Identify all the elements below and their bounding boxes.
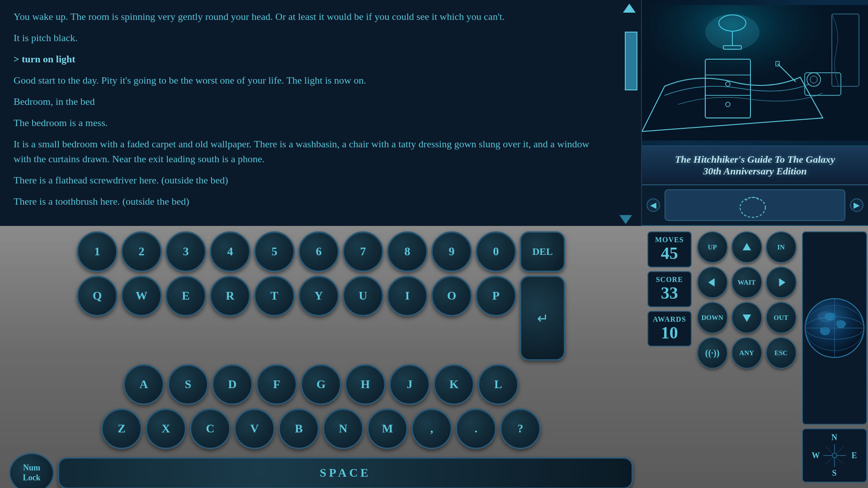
controls-panel: MOVES 45 SCORE 33 AWARDS 10 UP IN bbox=[642, 226, 868, 488]
key-e[interactable]: E bbox=[165, 276, 206, 316]
item2-text: There is a toothbrush here. (outside the… bbox=[14, 194, 627, 209]
scroll-down-arrow[interactable] bbox=[619, 215, 632, 224]
key-z[interactable]: Z bbox=[101, 408, 142, 449]
key-v[interactable]: V bbox=[234, 408, 275, 449]
score-label: SCORE bbox=[653, 276, 686, 284]
desc2-text: It is a small bedroom with a faded carpe… bbox=[14, 136, 627, 166]
globe-compass-column: N S W E bbox=[802, 231, 867, 483]
key-enter[interactable]: ↵ bbox=[520, 276, 565, 361]
key-x[interactable]: X bbox=[146, 408, 186, 449]
qwerty-row: Q W E R T Y U I O P ↵ bbox=[7, 276, 635, 361]
key-9[interactable]: 9 bbox=[431, 231, 472, 272]
response-text: Good start to the day. Pity it's going t… bbox=[14, 73, 627, 88]
key-2[interactable]: 2 bbox=[121, 231, 162, 272]
key-a[interactable]: A bbox=[123, 364, 164, 405]
game-title-box: The Hitchhiker's Guide To The Galaxy 30t… bbox=[642, 146, 868, 185]
keyboard-panel: 1 2 3 4 5 6 7 8 9 0 DEL Q W E R T Y U I … bbox=[0, 226, 642, 488]
compass-east: E bbox=[852, 451, 857, 460]
dir-down-arrow-button[interactable] bbox=[731, 302, 762, 333]
key-k[interactable]: K bbox=[434, 364, 474, 405]
compass-north: N bbox=[831, 433, 837, 442]
scrollbar-thumb[interactable] bbox=[625, 32, 637, 90]
key-l[interactable]: L bbox=[478, 364, 519, 405]
inventory-next-button[interactable]: ▶ bbox=[850, 198, 863, 212]
inventory-row: ◀ ▶ bbox=[642, 185, 868, 226]
key-d[interactable]: D bbox=[212, 364, 253, 405]
score-value: 33 bbox=[653, 284, 686, 303]
moves-label: MOVES bbox=[653, 236, 686, 244]
dir-row-2: WAIT bbox=[697, 267, 797, 298]
key-space[interactable]: SPACE bbox=[58, 457, 633, 488]
dir-row-3: DOWN OUT bbox=[697, 302, 797, 333]
key-y[interactable]: Y bbox=[298, 276, 339, 316]
moves-box: MOVES 45 bbox=[647, 231, 692, 267]
compass-display: N S W E bbox=[802, 428, 867, 483]
command-text: > turn on light bbox=[14, 52, 627, 66]
key-o[interactable]: O bbox=[431, 276, 472, 316]
key-period[interactable]: . bbox=[456, 408, 496, 449]
item1-text: There is a flathead screwdriver here. (o… bbox=[14, 173, 627, 188]
text-panel: You wake up. The room is spinning very g… bbox=[0, 0, 642, 226]
dir-left-button[interactable] bbox=[697, 267, 728, 298]
asdf-row: A S D F G H J K L bbox=[7, 364, 635, 405]
dir-down-button[interactable]: DOWN bbox=[697, 302, 728, 333]
key-f[interactable]: F bbox=[256, 364, 297, 405]
svg-point-17 bbox=[740, 197, 765, 217]
key-6[interactable]: 6 bbox=[298, 231, 339, 272]
scrollbar-track[interactable] bbox=[625, 18, 637, 226]
number-row: 1 2 3 4 5 6 7 8 9 0 DEL bbox=[7, 231, 635, 272]
dir-up-button[interactable]: UP bbox=[697, 231, 728, 263]
key-7[interactable]: 7 bbox=[343, 231, 383, 272]
key-0[interactable]: 0 bbox=[476, 231, 516, 272]
key-j[interactable]: J bbox=[389, 364, 430, 405]
key-4[interactable]: 4 bbox=[210, 231, 250, 272]
key-p[interactable]: P bbox=[476, 276, 516, 316]
awards-box: AWARDS 10 bbox=[647, 311, 692, 347]
dir-esc-button[interactable]: ESC bbox=[766, 337, 797, 369]
dir-row-1: UP IN bbox=[697, 231, 797, 263]
key-8[interactable]: 8 bbox=[387, 231, 428, 272]
key-g[interactable]: G bbox=[301, 364, 341, 405]
key-comma[interactable]: , bbox=[411, 408, 452, 449]
inventory-prev-button[interactable]: ◀ bbox=[646, 198, 660, 212]
key-c[interactable]: C bbox=[190, 408, 231, 449]
key-w[interactable]: W bbox=[121, 276, 162, 316]
dir-out-button[interactable]: OUT bbox=[766, 302, 797, 333]
dir-radio-button[interactable]: ((·)) bbox=[697, 337, 728, 369]
scroll-up-arrow[interactable] bbox=[623, 4, 636, 13]
inventory-item-display bbox=[665, 189, 845, 221]
game-image bbox=[642, 0, 868, 146]
dir-right-button[interactable] bbox=[766, 267, 797, 298]
location-text: Bedroom, in the bed bbox=[14, 94, 627, 109]
stats-column: MOVES 45 SCORE 33 AWARDS 10 bbox=[647, 231, 692, 483]
svg-point-28 bbox=[832, 453, 837, 458]
key-del[interactable]: DEL bbox=[520, 231, 565, 272]
key-b[interactable]: B bbox=[278, 408, 319, 449]
key-u[interactable]: U bbox=[343, 276, 383, 316]
desc1-text: The bedroom is a mess. bbox=[14, 115, 627, 130]
awards-value: 10 bbox=[653, 324, 686, 343]
key-1[interactable]: 1 bbox=[77, 231, 118, 272]
key-3[interactable]: 3 bbox=[165, 231, 206, 272]
awards-label: AWARDS bbox=[653, 315, 686, 324]
svg-point-23 bbox=[817, 311, 834, 322]
dir-in-button[interactable]: IN bbox=[766, 231, 797, 263]
key-r[interactable]: R bbox=[210, 276, 250, 316]
key-m[interactable]: M bbox=[367, 408, 408, 449]
dir-up-arrow-button[interactable] bbox=[731, 231, 762, 263]
key-t[interactable]: T bbox=[254, 276, 295, 316]
compass-south: S bbox=[832, 469, 837, 478]
key-h[interactable]: H bbox=[345, 364, 386, 405]
key-n[interactable]: N bbox=[323, 408, 363, 449]
dark-text: It is pitch black. bbox=[14, 30, 627, 45]
game-title: The Hitchhiker's Guide To The Galaxy 30t… bbox=[651, 154, 859, 177]
dir-row-4: ((·)) ANY ESC bbox=[697, 337, 797, 369]
key-q[interactable]: Q bbox=[77, 276, 118, 316]
dir-any-button[interactable]: ANY bbox=[731, 337, 762, 369]
key-s[interactable]: S bbox=[168, 364, 208, 405]
key-question[interactable]: ? bbox=[500, 408, 541, 449]
dir-wait-button[interactable]: WAIT bbox=[731, 267, 762, 298]
key-5[interactable]: 5 bbox=[254, 231, 295, 272]
key-numlock[interactable]: NumLock bbox=[9, 453, 54, 488]
key-i[interactable]: I bbox=[387, 276, 428, 316]
